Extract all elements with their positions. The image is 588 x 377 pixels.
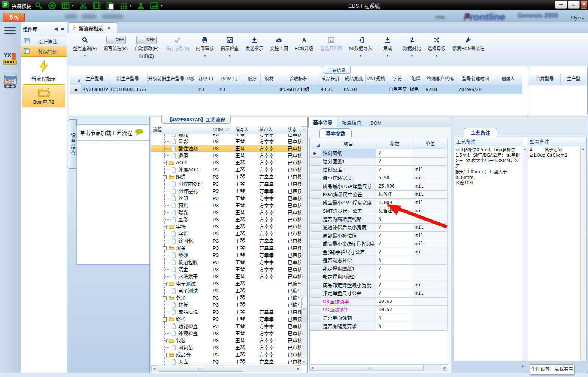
param-row[interactable]: 最小焊环宽度5.50mil [310,174,448,182]
collapse-icon[interactable]: − [163,353,167,357]
tab-process-notes[interactable]: 工艺备注 [464,128,497,137]
chart-icon[interactable] [150,1,158,10]
process-tree-row[interactable]: 沉金P3王琴方幸幸已审核 [151,266,301,273]
column-header[interactable]: 合拼型号 [529,74,561,85]
grid-icon[interactable] [119,1,128,10]
column-header[interactable]: 验收标准 [278,74,319,85]
param-row-header[interactable] [310,199,321,207]
column-header[interactable]: PNL规格 [366,74,387,85]
params-corner[interactable] [310,138,321,149]
param-row[interactable]: 金(锡)手指尺寸公差/mil [310,248,448,256]
scroll-right-icon[interactable]: ▶ [442,365,448,371]
param-value-cell[interactable]: 25.000 [376,182,413,191]
param-row-header[interactable] [310,182,321,191]
scroll-up-icon[interactable]: ▲ [581,146,586,152]
row-selector[interactable]: ▶ [70,85,81,94]
column-header[interactable]: 成品长度 [319,74,342,85]
param-row-header[interactable] [310,273,321,281]
process-node[interactable]: 曝光 [151,134,210,138]
globe-icon[interactable] [48,1,56,10]
process-tree-row[interactable]: −字符P3王琴方幸幸已审核 [151,223,301,230]
process-tree-row[interactable]: −沉金P3王琴方幸幸已审核 [151,244,301,252]
process-node[interactable]: 入库 [151,358,210,365]
param-row[interactable]: CS面残铜率10.63 [310,298,448,306]
column-header[interactable]: 生产型 [561,74,587,85]
process-tree-row[interactable]: 显影P3王琴方幸幸已审核 [151,216,301,223]
column-header[interactable]: 字符 [387,74,408,85]
copy-icon[interactable] [106,1,114,10]
process-node[interactable]: 水洗烘干 [151,273,210,280]
process-node[interactable]: −终检 [151,316,210,323]
chevron-down-icon[interactable]: ▾ [72,4,74,7]
param-row-header[interactable] [310,281,321,289]
process-tree-row[interactable]: 退膜P3王琴方幸幸已审核 [151,152,301,159]
instruction-check-button[interactable]: 指示检查▾ [217,34,242,60]
tab-device-structure[interactable]: 设备结构 [68,119,77,169]
param-value-cell[interactable]: / [376,158,413,166]
tree-vertical-scrollbar[interactable]: ▲ ≡ ▼ [301,126,307,365]
param-value-cell[interactable]: / [376,232,413,240]
column-header[interactable]: 阻焊 [408,74,424,85]
grid-cell[interactable] [244,85,261,94]
select-all-corner[interactable] [70,74,81,85]
param-value-cell[interactable]: / [376,224,413,232]
table-icon[interactable] [61,1,70,10]
param-row[interactable]: 邦定焊盘图纸1/ [310,265,448,273]
scroll-up-icon[interactable]: ▲ [522,146,528,152]
param-value-cell[interactable]: 10.63 [376,298,413,306]
param-row-header[interactable] [310,240,321,248]
param-row[interactable]: 成品最小SMT焊盘宽度1.000mil [310,199,448,207]
tab-new-flow-instruction[interactable]: 新流程指示 × [69,22,117,33]
search-icon[interactable] [34,1,43,10]
process-node[interactable]: 内包装 [151,344,210,351]
param-row[interactable]: 是否单面蚀刻N [310,314,448,322]
system-menu-tab[interactable]: 系统 [3,13,25,22]
collapse-icon[interactable]: − [163,317,167,322]
user-icon[interactable] [137,1,145,10]
scroll-down-icon[interactable]: ▼ [301,359,307,365]
column-header[interactable]: 生产型号 [81,74,108,85]
param-row-header[interactable] [310,265,321,273]
column-header[interactable]: 型号创建时间 [457,74,494,85]
params-horizontal-scrollbar[interactable]: ◀ ||| ▶ [309,364,448,371]
minimize-button[interactable]: — [555,1,567,9]
scrollbar-thumb[interactable]: |||| [158,366,243,372]
data-compare-button[interactable]: 数据对比▾ [400,34,424,60]
process-node[interactable]: 预烘 [151,202,210,209]
process-tree-row[interactable]: 喷砂P3王琴方幸幸已审核 [151,252,301,259]
param-row[interactable]: BGA焊盘尺寸公差见备注mil [310,191,448,199]
personal-settings-dropdown-icon[interactable]: ▼ [521,365,524,368]
param-row[interactable]: SMT焊盘尺寸公差见备注mil [310,207,448,215]
start-modify-toggle-secondary-label[interactable]: 取消(Z) [139,52,154,60]
grid-cell[interactable]: 2019/6/28 [457,85,494,94]
param-value-cell[interactable]: 见备注 [376,207,413,215]
param-row-header[interactable] [310,306,321,314]
grid-cell[interactable] [494,85,522,94]
process-node[interactable]: −电子测试 [151,280,210,287]
param-row[interactable]: ▶蚀刻图纸/ [310,149,448,158]
column-header[interactable]: 订单工厂 [197,74,218,85]
param-value-cell[interactable]: N [376,322,413,331]
process-node[interactable]: −阻焊 [151,173,210,180]
column-header[interactable]: 升级前旧生产型号 [148,74,185,85]
param-value-cell[interactable]: / [376,166,413,174]
grid-cell[interactable]: V2E8 [424,85,457,94]
mi-import-button[interactable]: MI数据导入▾ [346,34,375,60]
param-row[interactable]: 是否动态补偿N [310,256,448,265]
send-instruction-button[interactable]: 发送指示 [242,34,267,53]
film-icon[interactable] [93,1,101,10]
process-node[interactable]: 喷砂 [151,252,210,259]
column-header[interactable]: 板厚 [244,74,261,85]
params-column-header[interactable]: 项目 [321,138,376,149]
process-tree-row[interactable]: 功能检查P3王琴方幸幸已审核 [151,323,301,330]
process-node[interactable]: 显影 [151,138,210,145]
process-tree-row[interactable]: 曝光P3王琴方幸幸已审核 [151,134,301,138]
process-node[interactable]: −成品仓 [151,351,210,358]
param-row[interactable]: 通道补偿后最小宽度/mil [310,224,448,232]
scrollbar-thumb[interactable]: ||| [316,365,424,371]
param-row-header[interactable] [310,207,321,215]
save-info-button[interactable]: 保存信息(S) [162,34,193,53]
param-value-cell[interactable]: 见备注 [376,191,413,199]
collapse-icon[interactable]: − [163,175,167,179]
chevron-down-icon[interactable]: ▾ [204,54,206,59]
